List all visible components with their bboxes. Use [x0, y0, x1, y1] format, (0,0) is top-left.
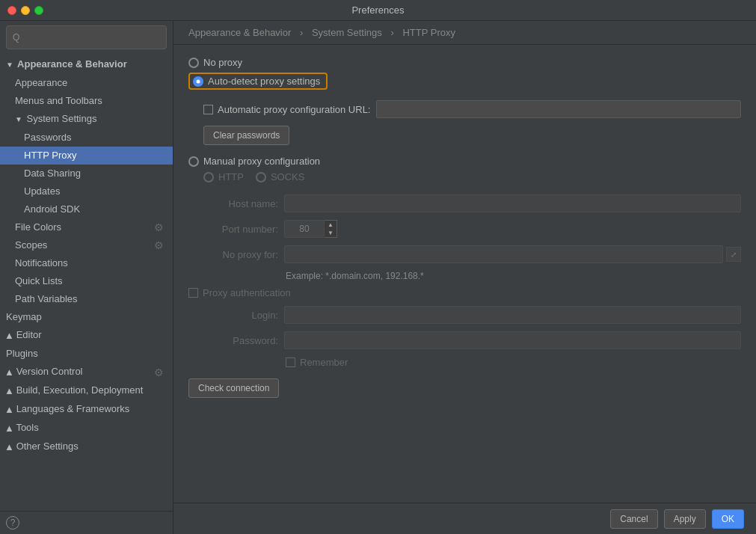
http-label: HTTP — [218, 171, 244, 182]
sidebar-item-languages-frameworks[interactable]: ▶ Languages & Frameworks — [0, 400, 173, 419]
host-name-label: Host name: — [188, 198, 278, 209]
expand-arrow: ▶ — [1, 333, 16, 339]
sidebar-item-version-control[interactable]: ▶ Version Control ⚙ — [0, 363, 173, 381]
search-icon: Q — [13, 32, 19, 43]
sidebar-item-build-execution[interactable]: ▶ Build, Execution, Deployment — [0, 381, 173, 400]
sidebar-item-android-sdk[interactable]: Android SDK — [0, 200, 173, 218]
socks-label: SOCKS — [271, 171, 305, 182]
breadcrumb-part-3: HTTP Proxy — [402, 27, 455, 38]
no-proxy-for-input[interactable] — [284, 245, 723, 263]
sidebar-item-editor[interactable]: ▶ Editor — [0, 326, 173, 345]
socks-radio[interactable] — [256, 172, 266, 182]
sidebar-item-system-settings[interactable]: ▼ System Settings — [0, 110, 173, 129]
auto-proxy-url-input[interactable] — [376, 100, 741, 118]
auto-detect-box: Auto-detect proxy settings — [188, 73, 328, 90]
check-connection-row: Check connection — [188, 378, 741, 398]
sidebar-item-notifications[interactable]: Notifications — [0, 254, 173, 272]
auto-detect-label: Auto-detect proxy settings — [208, 76, 320, 87]
login-row: Login: — [188, 306, 741, 324]
http-socks-row: HTTP SOCKS — [203, 171, 741, 187]
manual-proxy-radio[interactable] — [188, 156, 199, 167]
content-scroll: No proxy Auto-detect proxy settings Auto… — [173, 45, 756, 503]
no-proxy-radio[interactable] — [188, 58, 199, 68]
http-option[interactable]: HTTP — [203, 171, 244, 182]
apply-button[interactable]: Apply — [664, 509, 706, 529]
expand-arrow: ▶ — [1, 369, 16, 375]
no-proxy-for-row: No proxy for: ⤢ — [188, 245, 741, 263]
http-radio[interactable] — [203, 172, 214, 182]
sidebar: Q ▼ Appearance & Behavior Appearance Men… — [0, 21, 173, 534]
password-row: Password: — [188, 331, 741, 349]
password-input[interactable] — [284, 331, 741, 349]
sidebar-item-quick-lists[interactable]: Quick Lists — [0, 272, 173, 290]
sidebar-item-menus-toolbars[interactable]: Menus and Toolbars — [0, 92, 173, 110]
sidebar-item-http-proxy[interactable]: HTTP Proxy — [0, 147, 173, 165]
gear-icon: ⚙ — [154, 365, 164, 380]
help-button[interactable]: ? — [6, 516, 19, 530]
main-container: Q ▼ Appearance & Behavior Appearance Men… — [0, 21, 756, 534]
socks-option[interactable]: SOCKS — [256, 171, 305, 182]
sidebar-item-tools[interactable]: ▶ Tools — [0, 419, 173, 438]
port-increment[interactable]: ▲ — [325, 221, 336, 229]
login-input[interactable] — [284, 306, 741, 324]
sidebar-tree: ▼ Appearance & Behavior Appearance Menus… — [0, 54, 173, 511]
manual-proxy-option[interactable]: Manual proxy configuration — [188, 156, 741, 167]
traffic-lights — [7, 6, 43, 15]
clear-passwords-button[interactable]: Clear passwords — [203, 126, 289, 145]
footer: Cancel Apply OK — [173, 503, 756, 534]
expand-arrow: ▶ — [1, 388, 16, 394]
sidebar-item-appearance[interactable]: Appearance — [0, 74, 173, 92]
zoom-button[interactable] — [34, 6, 43, 15]
sidebar-item-data-sharing[interactable]: Data Sharing — [0, 165, 173, 182]
check-connection-button[interactable]: Check connection — [188, 378, 279, 398]
clear-passwords-row: Clear passwords — [203, 126, 741, 145]
auto-detect-radio[interactable] — [193, 76, 203, 87]
port-number-row: Port number: ▲ ▼ — [188, 220, 741, 238]
sidebar-item-scopes[interactable]: Scopes ⚙ — [0, 236, 173, 254]
proxy-auth-label: Proxy authentication — [203, 287, 291, 298]
proxy-auth-checkbox-row: Proxy authentication — [188, 287, 291, 298]
sidebar-item-keymap[interactable]: Keymap — [0, 308, 173, 326]
sidebar-item-updates[interactable]: Updates — [0, 182, 173, 200]
sidebar-item-file-colors[interactable]: File Colors ⚙ — [0, 218, 173, 236]
breadcrumb-part-2: System Settings — [312, 27, 382, 38]
cancel-button[interactable]: Cancel — [610, 509, 657, 529]
expand-button[interactable]: ⤢ — [726, 247, 741, 262]
auto-proxy-config-label: Automatic proxy configuration URL: — [218, 104, 370, 115]
ok-button[interactable]: OK — [712, 509, 744, 529]
host-name-input[interactable] — [284, 194, 741, 212]
sidebar-item-path-variables[interactable]: Path Variables — [0, 290, 173, 308]
search-input[interactable] — [22, 28, 160, 46]
port-input[interactable] — [284, 220, 325, 238]
password-label: Password: — [188, 335, 278, 346]
sidebar-item-passwords[interactable]: Passwords — [0, 129, 173, 147]
expand-arrow: ▼ — [15, 112, 22, 127]
sidebar-bottom: ? — [0, 511, 173, 534]
auto-detect-wrapper: Auto-detect proxy settings — [188, 73, 741, 94]
search-box[interactable]: Q — [6, 25, 167, 49]
sidebar-item-plugins[interactable]: Plugins — [0, 345, 173, 363]
manual-proxy-label: Manual proxy configuration — [203, 156, 320, 167]
auto-proxy-url-checkbox[interactable] — [203, 105, 213, 114]
gear-icon: ⚙ — [154, 238, 164, 253]
title-bar: Preferences — [0, 0, 756, 21]
port-spinner-arrows: ▲ ▼ — [325, 220, 337, 238]
window-title: Preferences — [351, 4, 404, 16]
proxy-auth-checkbox[interactable] — [188, 288, 198, 298]
remember-label: Remember — [300, 357, 348, 368]
auto-proxy-label-container: Automatic proxy configuration URL: — [203, 104, 370, 115]
login-label: Login: — [188, 310, 278, 321]
expand-arrow: ▶ — [1, 426, 16, 432]
auto-proxy-url-row: Automatic proxy configuration URL: — [203, 100, 741, 118]
remember-checkbox[interactable] — [286, 357, 295, 367]
sidebar-item-appearance-behavior[interactable]: ▼ Appearance & Behavior — [0, 55, 173, 74]
no-proxy-for-input-wrapper: ⤢ — [284, 245, 741, 263]
close-button[interactable] — [7, 6, 16, 15]
sidebar-item-other-settings[interactable]: ▶ Other Settings — [0, 438, 173, 456]
example-text: Example: *.domain.com, 192.168.* — [286, 271, 741, 281]
minimize-button[interactable] — [21, 6, 30, 15]
breadcrumb: Appearance & Behavior › System Settings … — [173, 21, 756, 45]
no-proxy-for-label: No proxy for: — [188, 249, 278, 260]
port-decrement[interactable]: ▼ — [325, 229, 336, 237]
no-proxy-option[interactable]: No proxy — [188, 57, 741, 68]
